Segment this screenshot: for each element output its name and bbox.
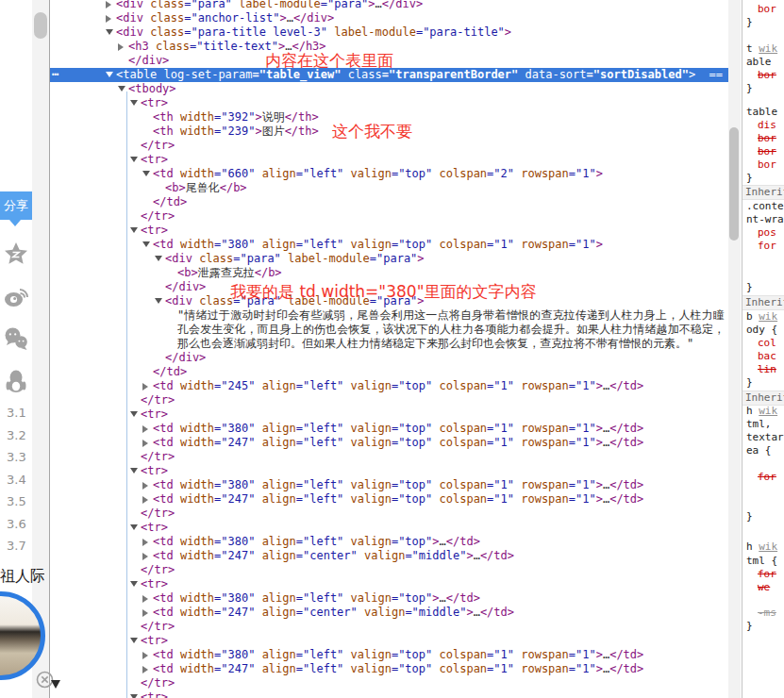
dom-tree-node[interactable]: <td width="380" align="left" valign="top… bbox=[50, 535, 728, 549]
css-rule-line[interactable]: lin bbox=[742, 363, 784, 376]
dom-tree-node[interactable]: <td width="247" align="center" valign="m… bbox=[50, 606, 728, 620]
css-rule-line[interactable]: bor bbox=[742, 132, 784, 145]
expand-arrow-icon[interactable] bbox=[142, 609, 148, 617]
css-rule-line[interactable]: -ms bbox=[742, 607, 784, 620]
dom-tree-node[interactable]: <td width="660" align="left" valign="top… bbox=[50, 167, 728, 181]
dom-tree-node[interactable]: <tr> bbox=[50, 153, 728, 167]
wechat-icon[interactable] bbox=[3, 325, 29, 352]
dom-tree-node[interactable]: <div class="para" label-module="para">…<… bbox=[50, 0, 728, 11]
node-menu-dots[interactable]: … bbox=[52, 65, 59, 79]
css-rule-line[interactable]: ea { bbox=[742, 444, 784, 457]
css-rule-line[interactable]: } bbox=[742, 620, 784, 633]
dom-tree-node[interactable]: <th width="392">说明</th> bbox=[50, 110, 728, 125]
dom-tree-node[interactable]: <td width="247" align="left" valign="top… bbox=[50, 436, 728, 450]
dom-tree-node[interactable]: <tr> bbox=[50, 407, 728, 422]
css-rule-line[interactable]: for bbox=[742, 568, 784, 581]
dom-tree-node[interactable]: </div> bbox=[50, 54, 728, 68]
dom-tree-node[interactable]: </tr> bbox=[50, 393, 728, 407]
expand-arrow-icon[interactable] bbox=[142, 539, 148, 546]
dom-tree-node[interactable]: <b>尾兽化</b> bbox=[50, 181, 728, 195]
css-rule-line[interactable]: t wik bbox=[742, 42, 784, 56]
dom-tree-node[interactable]: <tr> bbox=[50, 690, 728, 698]
css-rule-line[interactable]: dis bbox=[742, 119, 784, 132]
css-rule-line[interactable]: bor bbox=[742, 145, 784, 158]
css-rule-line[interactable]: for bbox=[742, 240, 784, 253]
expand-arrow-icon[interactable] bbox=[142, 440, 148, 447]
collapse-arrow-icon[interactable] bbox=[130, 100, 138, 106]
dom-tree-node[interactable]: </div> bbox=[50, 280, 728, 294]
css-rule-line[interactable]: } bbox=[742, 16, 784, 29]
css-rule-line[interactable]: h wik bbox=[742, 405, 784, 418]
dom-tree-node[interactable]: </td> bbox=[50, 365, 728, 379]
expand-arrow-icon[interactable] bbox=[142, 595, 148, 603]
collapse-arrow-icon[interactable] bbox=[130, 468, 138, 474]
collapse-arrow-icon[interactable] bbox=[142, 241, 150, 247]
css-rule-line[interactable]: bor bbox=[742, 3, 784, 16]
expand-arrow-icon[interactable] bbox=[106, 1, 111, 8]
share-button[interactable]: 分享 bbox=[0, 191, 32, 220]
collapse-arrow-icon[interactable] bbox=[130, 157, 138, 162]
css-rule-line[interactable]: table bbox=[742, 106, 784, 119]
weibo-icon[interactable] bbox=[3, 283, 29, 309]
css-rule-line[interactable]: } bbox=[742, 281, 784, 294]
expand-arrow-icon[interactable] bbox=[142, 482, 148, 490]
expand-arrow-icon[interactable] bbox=[106, 15, 111, 23]
dom-tree-node[interactable]: <tr> bbox=[50, 634, 728, 648]
page-scrollbar-thumb[interactable] bbox=[34, 12, 47, 39]
collapse-arrow-icon[interactable] bbox=[106, 72, 113, 77]
dom-text-node[interactable]: "情绪过于激动时封印会有些减弱，尾兽会利用这一点将自身带着憎恨的查克拉传递到人柱… bbox=[177, 308, 725, 351]
collapse-arrow-icon[interactable] bbox=[130, 524, 138, 530]
dom-tree-node[interactable]: <tr> bbox=[50, 464, 728, 478]
dom-tree-node[interactable]: <b>泄露查克拉</b> bbox=[50, 266, 728, 280]
css-rule-line[interactable]: } bbox=[742, 376, 784, 390]
css-rule-line[interactable]: } bbox=[742, 82, 784, 95]
qq-icon[interactable] bbox=[3, 368, 29, 394]
collapse-arrow-icon[interactable] bbox=[155, 256, 162, 261]
css-rule-line[interactable]: bor bbox=[742, 158, 784, 172]
collapse-arrow-icon[interactable] bbox=[130, 581, 138, 587]
css-rule-line[interactable]: textar bbox=[742, 431, 784, 444]
collapse-arrow-icon[interactable] bbox=[155, 298, 162, 304]
tree-scrollbar-track[interactable] bbox=[728, 0, 741, 698]
expand-arrow-icon[interactable] bbox=[142, 553, 148, 560]
dom-tree-node[interactable]: <tr> bbox=[50, 96, 728, 110]
qzone-icon[interactable] bbox=[3, 241, 29, 267]
dom-tree-node[interactable]: <tr> bbox=[50, 521, 728, 535]
dom-tree-node[interactable]: <td width="247" align="left" valign="top… bbox=[50, 662, 728, 676]
collapse-arrow-icon[interactable] bbox=[130, 638, 138, 643]
css-rule-line[interactable]: pos bbox=[742, 226, 784, 240]
dom-tree-node[interactable]: </tr> bbox=[50, 563, 728, 577]
page-scrollbar-track[interactable] bbox=[32, 0, 49, 698]
expand-arrow-icon[interactable] bbox=[142, 652, 148, 659]
expand-arrow-icon[interactable] bbox=[142, 383, 148, 391]
collapse-arrow-icon[interactable] bbox=[142, 171, 150, 176]
dom-tree-node[interactable]: <div class="para-title level-3" label-mo… bbox=[50, 25, 728, 40]
dom-tree-node[interactable]: <td width="380" align="left" valign="top… bbox=[50, 422, 728, 436]
dom-tree-node[interactable]: <td width="380" align="left" valign="top… bbox=[50, 238, 728, 252]
css-rule-line[interactable]: tml, bbox=[742, 418, 784, 431]
css-rule-line[interactable]: for bbox=[742, 471, 784, 484]
dom-tree-node[interactable]: </tr> bbox=[50, 450, 728, 464]
css-rule-line[interactable]: h wik bbox=[742, 540, 784, 554]
dom-tree-node[interactable]: </tr> bbox=[50, 139, 728, 153]
dom-tree-node[interactable]: <td width="380" align="left" valign="top… bbox=[50, 591, 728, 606]
dom-tree-node[interactable]: </tr> bbox=[50, 620, 728, 634]
collapse-arrow-icon[interactable] bbox=[118, 86, 125, 91]
dom-tree-node[interactable]: <th width="239">图片</th> bbox=[50, 125, 728, 139]
css-rule-line[interactable]: bac bbox=[742, 350, 784, 363]
dom-tree-node-selected[interactable]: …<table log-set-param="table_view" class… bbox=[50, 68, 728, 82]
dom-tree-node[interactable]: <td width="380" align="left" valign="top… bbox=[50, 648, 728, 662]
tree-scrollbar-thumb[interactable] bbox=[729, 127, 739, 241]
dom-tree-node[interactable]: <div class="anchor-list">…</div> bbox=[50, 11, 728, 25]
css-rule-line[interactable]: b wik bbox=[742, 310, 784, 324]
css-rule-line[interactable]: } bbox=[742, 510, 784, 524]
expand-arrow-icon[interactable] bbox=[142, 425, 148, 433]
expand-arrow-icon[interactable] bbox=[118, 43, 124, 51]
css-rule-line[interactable]: nt-wra bbox=[742, 213, 784, 226]
dom-tree-node[interactable]: <td width="245" align="left" valign="top… bbox=[50, 379, 728, 393]
css-rule-line[interactable]: col bbox=[742, 337, 784, 350]
dom-tree-node[interactable]: </td> bbox=[50, 195, 728, 209]
collapse-arrow-icon[interactable] bbox=[106, 29, 113, 35]
dom-tree-node[interactable]: <div class="para" label-module="para"> bbox=[50, 294, 728, 308]
dom-tree-node[interactable]: </tr> bbox=[50, 209, 728, 224]
